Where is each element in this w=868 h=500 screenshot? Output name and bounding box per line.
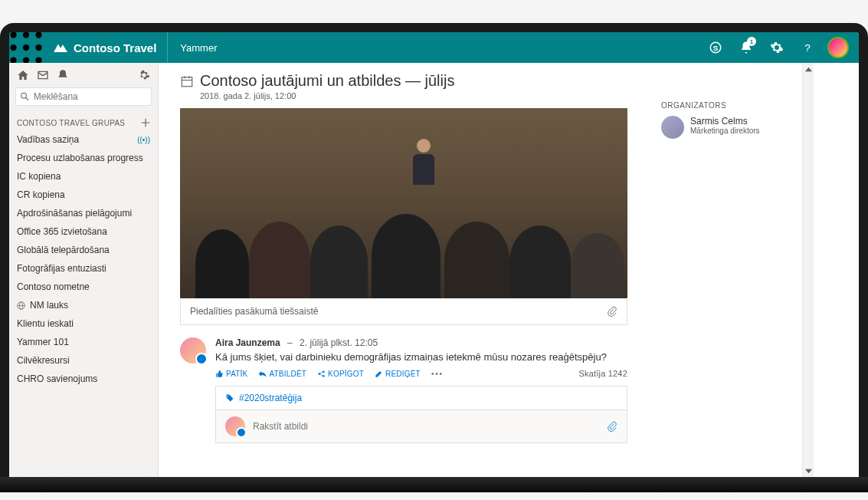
svg-line-25 <box>320 374 323 375</box>
sidebar-item[interactable]: Procesu uzlabošanas progress <box>9 149 158 167</box>
thumbs-up-icon <box>215 370 224 378</box>
sidebar-item[interactable]: Contoso nometne <box>9 278 158 296</box>
brand-logo[interactable]: Contoso Travel <box>43 32 168 63</box>
add-group-icon[interactable] <box>141 118 150 127</box>
reply-composer[interactable] <box>215 410 627 443</box>
hashtag-link[interactable]: #2020stratēģija <box>239 393 302 403</box>
share-button[interactable]: KOPĪGOT <box>317 370 364 378</box>
svg-point-27 <box>436 373 438 375</box>
notifications-button[interactable]: 1 <box>732 32 761 63</box>
chevron-up-icon <box>805 66 812 73</box>
global-header: Contoso Travel Yammer S 1 ? <box>9 32 859 63</box>
svg-point-3 <box>10 44 16 51</box>
sidebar-item[interactable]: CR kopiena <box>9 186 158 204</box>
account-button[interactable] <box>824 32 853 63</box>
sidebar-item-label: Klientu ieskati <box>17 318 74 329</box>
user-avatar <box>827 37 849 58</box>
sidebar-item[interactable]: Cilvēkresursi <box>9 351 158 370</box>
share-icon <box>317 370 326 378</box>
like-button[interactable]: PATĪK <box>215 370 247 378</box>
sidebar-item-label: Globālā telepārdošana <box>17 245 110 255</box>
svg-point-12 <box>21 93 27 98</box>
globe-icon <box>17 301 25 310</box>
settings-button[interactable] <box>762 32 791 63</box>
join-label: Piedalīties pasākumā tiešsaistē <box>190 306 318 317</box>
organizer-avatar <box>661 116 684 139</box>
skype-button[interactable]: S <box>701 32 730 63</box>
tag-icon <box>225 393 234 403</box>
skype-icon: S <box>709 41 722 54</box>
join-event-bar[interactable]: Piedalīties pasākumā tiešsaistē <box>180 298 627 325</box>
attachment-icon[interactable] <box>607 306 617 317</box>
svg-point-5 <box>35 44 41 51</box>
organizer-card[interactable]: Sarmis Celms Mārketinga direktors <box>661 116 790 139</box>
sidebar-item[interactable]: Klientu ieskati <box>9 314 158 333</box>
sidebar-item-label: Yammer 101 <box>17 337 69 347</box>
sidebar-item-label: Contoso nometne <box>17 281 90 292</box>
sidebar-item[interactable]: Vadības saziņa((•)) <box>9 130 158 149</box>
sidebar-item[interactable]: CHRO savienojums <box>9 370 158 388</box>
svg-line-13 <box>26 97 28 100</box>
post-header: Aira Jaunzema – 2. jūlijā plkst. 12:05 <box>215 337 627 348</box>
svg-point-26 <box>431 373 434 375</box>
reply-button[interactable]: ATBILDĒT <box>258 370 306 378</box>
sidebar-item[interactable]: IC kopiena <box>9 167 158 186</box>
search-input[interactable] <box>15 87 152 106</box>
reply-attachment-icon[interactable] <box>607 421 617 432</box>
event-datetime: 2018. gada 2. jūlijs, 12:00 <box>200 91 627 100</box>
svg-point-28 <box>440 373 442 375</box>
sidebar-item[interactable]: NM lauks <box>9 296 158 314</box>
organizer-name: Sarmis Celms <box>690 116 760 127</box>
sidebar-item[interactable]: Fotogrāfijas entuziasti <box>9 259 158 278</box>
search-icon <box>21 92 29 101</box>
sidebar-item-label: Procesu uzlabošanas progress <box>17 153 143 163</box>
sidebar-item-label: CHRO savienojums <box>17 373 97 384</box>
chevron-down-icon <box>805 468 812 475</box>
post-views: Skatīja 1242 <box>578 369 627 378</box>
help-icon: ? <box>801 41 814 54</box>
sidebar-item-label: CR kopiena <box>17 189 65 200</box>
edit-button[interactable]: REDIĢĒT <box>375 370 421 378</box>
mail-icon[interactable] <box>37 69 49 81</box>
alerts-icon[interactable] <box>57 69 69 81</box>
svg-point-2 <box>35 32 41 38</box>
scroll-up-button[interactable] <box>803 63 814 75</box>
post-author[interactable]: Aira Jaunzema <box>215 337 280 348</box>
svg-point-22 <box>323 370 325 373</box>
event-video[interactable] <box>180 108 627 298</box>
svg-point-4 <box>23 44 29 51</box>
current-user-avatar <box>225 416 245 436</box>
reply-icon <box>258 370 267 378</box>
pencil-icon <box>375 370 383 378</box>
post: Aira Jaunzema – 2. jūlijā plkst. 12:05 K… <box>180 337 627 443</box>
reply-input[interactable] <box>253 421 599 432</box>
sidebar-item-label: Fotogrāfijas entuziasti <box>17 263 106 274</box>
svg-point-23 <box>323 374 325 377</box>
post-author-avatar[interactable] <box>180 337 206 363</box>
more-button[interactable] <box>431 370 442 378</box>
search-field[interactable] <box>34 91 146 102</box>
help-button[interactable]: ? <box>793 32 822 63</box>
sidebar-item[interactable]: Yammer 101 <box>9 333 158 351</box>
sidebar-item[interactable]: Office 365 izvietošana <box>9 222 158 241</box>
organizer-heading: ORGANIZATORS <box>661 101 790 110</box>
right-pane: ORGANIZATORS Sarmis Celms Mārketinga dir… <box>649 63 802 477</box>
vertical-scrollbar[interactable] <box>802 63 814 477</box>
post-text: Kā jums šķiet, vai darbinieku demogrāfij… <box>215 351 627 363</box>
event-title: Contoso jautājumi un atbildes — jūlijs <box>180 72 627 90</box>
svg-point-1 <box>23 32 29 38</box>
scroll-down-button[interactable] <box>803 465 814 477</box>
home-icon[interactable] <box>17 69 29 81</box>
app-name: Yammer <box>168 42 229 54</box>
organizer-role: Mārketinga direktors <box>690 127 760 135</box>
sidebar-settings-icon[interactable] <box>138 69 150 81</box>
svg-text:?: ? <box>804 42 811 54</box>
gear-icon <box>770 41 784 54</box>
groups-label: CONTOSO TRAVEL GRUPAS <box>17 119 125 127</box>
sidebar-item[interactable]: Globālā telepārdošana <box>9 241 158 259</box>
app-launcher[interactable] <box>9 32 43 64</box>
sidebar-item-label: Apdrošināšanas pielāgojumi <box>17 208 132 219</box>
groups-list: Vadības saziņa((•))Procesu uzlabošanas p… <box>9 130 158 388</box>
sidebar-item-label: IC kopiena <box>17 171 61 182</box>
sidebar-item[interactable]: Apdrošināšanas pielāgojumi <box>9 204 158 222</box>
